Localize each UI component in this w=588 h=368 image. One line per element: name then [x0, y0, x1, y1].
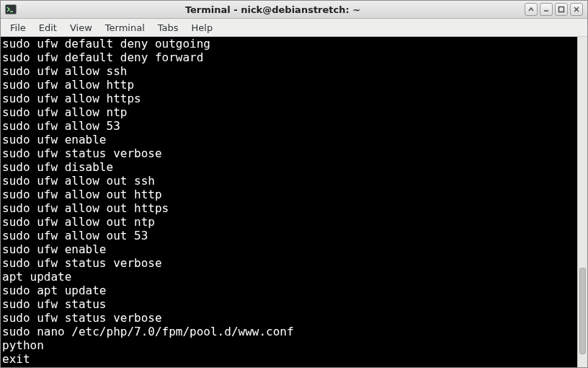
- terminal-window: Terminal - nick@debianstretch: ~ File Ed…: [0, 0, 588, 368]
- terminal-line: sudo ufw allow http: [2, 78, 576, 92]
- menu-help[interactable]: Help: [185, 20, 220, 35]
- window-controls: [525, 3, 583, 16]
- terminal-line: sudo ufw allow out 53: [2, 229, 576, 242]
- terminal-line: sudo ufw allow out ntp: [2, 215, 576, 229]
- terminal-line: sudo ufw allow out http: [2, 188, 576, 201]
- terminal-line: sudo ufw status verbose: [2, 256, 576, 270]
- terminal-line: sudo ufw status verbose: [2, 146, 576, 160]
- terminal-line: sudo ufw allow out ssh: [2, 174, 576, 188]
- terminal-line: python: [2, 338, 576, 352]
- terminal-app-icon: [5, 4, 17, 15]
- scrollbar-thumb[interactable]: [579, 268, 586, 354]
- menu-bar: File Edit View Terminal Tabs Help: [1, 19, 587, 37]
- minimize-button[interactable]: [540, 3, 553, 16]
- terminal-line: sudo ufw disable: [2, 160, 576, 174]
- terminal-line: sudo ufw default deny forward: [2, 51, 576, 64]
- scrollbar-vertical[interactable]: [577, 37, 587, 367]
- svg-rect-0: [6, 5, 17, 14]
- terminal-line: exit: [2, 352, 576, 366]
- terminal-output[interactable]: sudo ufw default deny outgoingsudo ufw d…: [1, 37, 577, 367]
- terminal-line: sudo ufw allow ssh: [2, 64, 576, 78]
- menu-terminal[interactable]: Terminal: [99, 20, 151, 35]
- terminal-line: sudo ufw status verbose: [2, 311, 576, 325]
- terminal-line: sudo nano /etc/php/7.0/fpm/pool.d/www.co…: [2, 325, 576, 338]
- terminal-line: sudo ufw allow ntp: [2, 105, 576, 119]
- close-button[interactable]: [570, 3, 583, 16]
- menu-edit[interactable]: Edit: [32, 20, 63, 35]
- terminal-line: sudo ufw default deny outgoing: [2, 37, 576, 51]
- terminal-line: sudo ufw enable: [2, 133, 576, 146]
- terminal-area-wrap: sudo ufw default deny outgoingsudo ufw d…: [1, 37, 587, 367]
- menu-tabs[interactable]: Tabs: [151, 20, 185, 35]
- terminal-line: sudo ufw status: [2, 297, 576, 311]
- window-titlebar: Terminal - nick@debianstretch: ~: [1, 1, 587, 19]
- menu-view[interactable]: View: [63, 20, 99, 35]
- terminal-line: apt update: [2, 270, 576, 284]
- menu-file[interactable]: File: [4, 20, 32, 35]
- svg-rect-3: [559, 7, 564, 12]
- maximize-button[interactable]: [555, 3, 568, 16]
- terminal-line: sudo ufw allow https: [2, 92, 576, 105]
- terminal-line: sudo ufw enable: [2, 242, 576, 256]
- rollup-button[interactable]: [525, 3, 538, 16]
- terminal-line: sudo ufw allow 53: [2, 119, 576, 133]
- terminal-line: sudo apt update: [2, 284, 576, 297]
- window-title: Terminal - nick@debianstretch: ~: [21, 4, 525, 15]
- terminal-line: sudo ufw allow out https: [2, 201, 576, 215]
